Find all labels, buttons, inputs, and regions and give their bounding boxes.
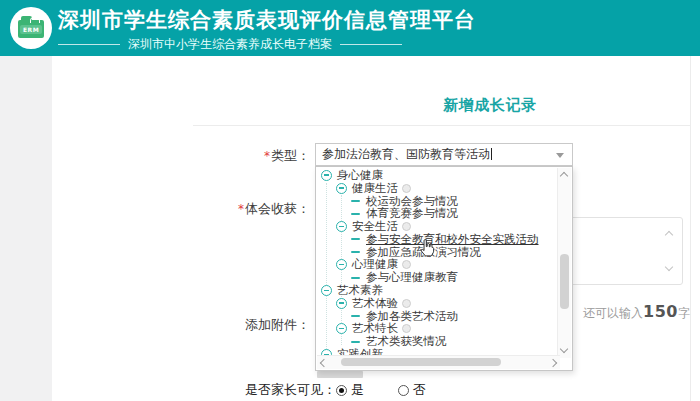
leaf-dash-icon	[351, 251, 360, 253]
collapse-icon[interactable]	[336, 221, 347, 232]
app-subtitle-text: 深圳市中小学生综合素养成长电子档案	[120, 36, 340, 53]
type-label: *类型：	[200, 147, 310, 165]
type-tree: 身心健康健康生活校运动会参与情况体育竞赛参与情况安全生活参与安全教育和校外安全实…	[318, 169, 558, 357]
upload-button[interactable]	[317, 371, 363, 378]
folder-icon: ERM	[18, 20, 44, 38]
radio-label: 是	[351, 381, 364, 399]
collapse-icon[interactable]	[336, 259, 347, 270]
collapsed-sidebar	[0, 56, 52, 401]
type-select-input[interactable]: 参加法治教育、国防教育等活动	[315, 143, 573, 166]
node-badge-icon	[402, 184, 411, 193]
leaf-dash-icon	[351, 277, 360, 279]
app-logo-icon: ERM	[10, 7, 52, 49]
logo-text: ERM	[20, 25, 42, 34]
scroll-left-icon[interactable]	[320, 359, 328, 367]
app-subtitle: 深圳市中小学生综合素养成长电子档案	[58, 36, 458, 53]
scroll-up-icon[interactable]	[560, 172, 568, 180]
parent-visible-option[interactable]: 否	[398, 381, 426, 399]
parent-visible-label: 是否家长可见：	[245, 381, 336, 399]
node-badge-icon	[402, 260, 411, 269]
subtitle-line-right	[340, 44, 402, 45]
node-badge-icon	[402, 324, 411, 333]
leaf-dash-icon	[351, 238, 360, 240]
scrollbar-thumb[interactable]	[341, 358, 501, 366]
scroll-down-icon[interactable]	[560, 345, 568, 353]
node-badge-icon	[402, 299, 411, 308]
parent-visible-option[interactable]: 是	[336, 381, 364, 399]
attachment-label: 添加附件：	[200, 316, 310, 334]
section-divider	[193, 125, 690, 126]
leaf-dash-icon	[351, 341, 360, 343]
collapse-icon[interactable]	[336, 298, 347, 309]
required-marker: *	[238, 202, 244, 216]
collapse-icon[interactable]	[336, 183, 347, 194]
scrollbar-thumb[interactable]	[560, 254, 569, 309]
chevron-down-icon[interactable]	[556, 153, 564, 158]
text-caret	[491, 148, 492, 160]
type-select-value: 参加法治教育、国防教育等活动	[322, 147, 490, 161]
collapse-icon[interactable]	[321, 285, 332, 296]
node-badge-icon	[402, 222, 411, 231]
vertical-scrollbar[interactable]	[557, 168, 571, 358]
type-dropdown-panel: 身心健康健康生活校运动会参与情况体育竞赛参与情况安全生活参与安全教育和校外安全实…	[315, 166, 573, 371]
page-title: 新增成长记录	[410, 96, 570, 115]
experience-label: *体会收获：	[200, 200, 310, 218]
collapse-icon[interactable]	[321, 170, 332, 181]
radio-label: 否	[413, 381, 426, 399]
leaf-dash-icon	[351, 315, 360, 317]
scroll-down-icon[interactable]	[665, 263, 673, 271]
page-scroll-edge	[690, 56, 691, 401]
scroll-up-icon[interactable]	[665, 231, 673, 239]
radio-icon[interactable]	[398, 385, 409, 396]
app-window: ERM 深圳市学生综合素质表现评价信息管理平台 深圳市中小学生综合素养成长电子档…	[0, 0, 700, 401]
collapse-icon[interactable]	[336, 323, 347, 334]
subtitle-line-left	[58, 44, 120, 45]
radio-icon[interactable]	[336, 385, 347, 396]
leaf-dash-icon	[351, 200, 360, 202]
app-title: 深圳市学生综合素质表现评价信息管理平台	[58, 6, 458, 34]
leaf-dash-icon	[351, 213, 360, 215]
app-header: ERM 深圳市学生综合素质表现评价信息管理平台 深圳市中小学生综合素养成长电子档…	[0, 0, 700, 56]
scroll-right-icon[interactable]	[549, 359, 557, 367]
required-marker: *	[264, 149, 270, 163]
horizontal-scrollbar[interactable]	[317, 355, 560, 369]
parent-visible-row: 是否家长可见： 是 否	[245, 381, 460, 399]
